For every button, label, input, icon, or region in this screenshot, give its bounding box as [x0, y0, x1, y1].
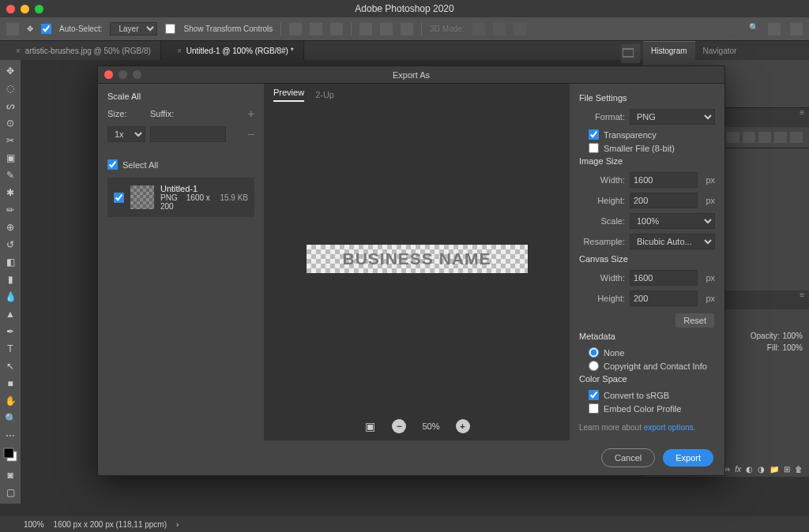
opacity-value[interactable]: 100%	[782, 332, 803, 340]
move-tool[interactable]: ✥	[2, 63, 19, 79]
adj-icon[interactable]	[774, 132, 787, 143]
smaller-file-checkbox[interactable]	[589, 143, 599, 153]
adj-icon[interactable]	[790, 132, 803, 143]
history-brush-tool[interactable]: ↺	[2, 237, 19, 253]
shape-tool[interactable]: ■	[2, 376, 19, 392]
eyedropper-tool[interactable]: ✎	[2, 167, 19, 183]
metadata-none-radio[interactable]	[589, 347, 599, 358]
align-icon[interactable]	[289, 23, 302, 36]
maximize-window-icon[interactable]	[35, 5, 43, 13]
canvas-width-input[interactable]	[630, 270, 698, 286]
status-info[interactable]: 1600 px x 200 px (118,11 ppcm)	[54, 520, 167, 529]
pen-tool[interactable]: ✒	[2, 324, 19, 339]
zoom-out-icon[interactable]: −	[392, 419, 406, 433]
convert-srgb-checkbox[interactable]	[589, 390, 599, 400]
adj-icon[interactable]	[758, 132, 771, 143]
stamp-tool[interactable]: ⊕	[2, 219, 19, 235]
img-width-input[interactable]	[630, 172, 698, 188]
distribute-icon[interactable]	[359, 23, 372, 36]
tab-histogram[interactable]: Histogram	[643, 41, 695, 60]
mask-icon[interactable]: ◐	[746, 465, 753, 474]
hand-tool[interactable]: ✋	[2, 393, 19, 409]
tab-x-icon[interactable]: ×	[177, 47, 182, 55]
workspace-icon[interactable]	[768, 23, 781, 36]
edit-toolbar[interactable]: ⋯	[2, 428, 19, 444]
img-height-input[interactable]	[630, 193, 698, 208]
color-swatches[interactable]	[2, 445, 19, 466]
size-dropdown[interactable]: 1x	[107, 126, 145, 142]
auto-select-dropdown[interactable]: Layer	[110, 22, 157, 36]
fit-screen-icon[interactable]: ▣	[363, 420, 376, 433]
distribute-icon[interactable]	[401, 23, 413, 36]
reset-button[interactable]: Reset	[675, 313, 715, 328]
canvas-height-input[interactable]	[630, 290, 698, 306]
delete-icon[interactable]: 🗑	[795, 465, 803, 474]
export-button[interactable]: Export	[663, 449, 713, 466]
export-as-dialog: Export As Scale All Size: Suffix: + 1x ─…	[97, 66, 725, 476]
3d-icon	[472, 23, 485, 36]
tab-navigator[interactable]: Navigator	[695, 41, 745, 60]
tab-preview[interactable]: Preview	[273, 88, 304, 102]
adj-icon[interactable]	[743, 132, 755, 143]
show-transform-checkbox[interactable]	[165, 24, 175, 34]
suffix-input[interactable]	[150, 126, 226, 142]
fill-value[interactable]: 100%	[782, 343, 803, 352]
document-tab-active[interactable]: × Untitled-1 @ 100% (RGB/8#) *	[161, 41, 304, 60]
crop-tool[interactable]: ✂	[2, 133, 19, 148]
tab-2up[interactable]: 2-Up	[315, 90, 334, 99]
frame-tool[interactable]: ▣	[2, 150, 19, 166]
transparency-checkbox[interactable]	[589, 129, 599, 140]
brush-tool[interactable]: ✏	[2, 202, 19, 218]
type-tool[interactable]: T	[2, 341, 19, 357]
close-dialog-icon[interactable]	[104, 70, 113, 79]
document-tab[interactable]: × artistic-brushes.jpg @ 50% (RGB/8)	[0, 41, 161, 60]
panel-menu-icon[interactable]: ≡	[795, 290, 809, 309]
zoom-tool[interactable]: 🔍	[2, 410, 19, 426]
lasso-tool[interactable]: ᔕ	[2, 98, 19, 114]
search-icon[interactable]: 🔍	[749, 23, 758, 36]
tab-x-icon[interactable]: ×	[16, 47, 21, 55]
align-icon[interactable]	[330, 23, 343, 36]
distribute-icon[interactable]	[380, 23, 393, 36]
export-file-row[interactable]: Untitled-1 PNG 1600 x 200 15.9 KB	[107, 178, 254, 217]
format-dropdown[interactable]: PNG	[630, 109, 715, 125]
group-icon[interactable]: 📁	[769, 465, 779, 474]
quick-select-tool[interactable]: ⊙	[2, 115, 19, 131]
align-icon[interactable]	[310, 23, 322, 36]
gradient-tool[interactable]: ▮	[2, 272, 19, 287]
export-options-link[interactable]: export options.	[644, 423, 696, 432]
share-icon[interactable]	[790, 23, 803, 36]
file-checkbox[interactable]	[114, 193, 124, 203]
dodge-tool[interactable]: ▲	[2, 306, 19, 322]
panel-collapse-icon[interactable]	[621, 44, 640, 63]
screen-mode-icon[interactable]: ▢	[2, 485, 19, 500]
path-select-tool[interactable]: ↖	[2, 358, 19, 374]
metadata-copyright-radio[interactable]	[589, 361, 599, 371]
spot-heal-tool[interactable]: ✱	[2, 185, 19, 200]
eraser-tool[interactable]: ◧	[2, 254, 19, 270]
chevron-right-icon[interactable]: ›	[176, 520, 179, 529]
embed-profile-checkbox[interactable]	[589, 403, 599, 414]
zoom-in-icon[interactable]: +	[456, 419, 470, 433]
zoom-percent[interactable]: 50%	[422, 421, 439, 431]
quick-mask-icon[interactable]: ◙	[2, 467, 19, 483]
minimize-window-icon[interactable]	[21, 5, 29, 13]
status-zoom[interactable]: 100%	[24, 520, 44, 529]
home-icon[interactable]	[6, 23, 19, 36]
new-layer-icon[interactable]: ⊞	[784, 465, 790, 474]
remove-size-icon[interactable]: ─	[248, 129, 254, 139]
blur-tool[interactable]: 💧	[2, 289, 19, 305]
panel-menu-icon[interactable]: ≡	[795, 108, 809, 127]
fx-icon[interactable]: fx	[735, 465, 741, 474]
marquee-tool[interactable]: ◌	[2, 81, 19, 96]
close-window-icon[interactable]	[6, 5, 15, 13]
resample-dropdown[interactable]: Bicubic Auto...	[630, 234, 715, 249]
auto-select-checkbox[interactable]	[41, 24, 51, 34]
fill-adj-icon[interactable]: ◑	[758, 465, 765, 474]
select-all-checkbox[interactable]	[107, 159, 118, 170]
select-all-label: Select All	[122, 160, 158, 170]
scale-dropdown[interactable]: 100%	[630, 213, 715, 229]
adj-icon[interactable]	[727, 132, 739, 143]
add-size-icon[interactable]: +	[248, 107, 254, 120]
cancel-button[interactable]: Cancel	[601, 448, 655, 467]
